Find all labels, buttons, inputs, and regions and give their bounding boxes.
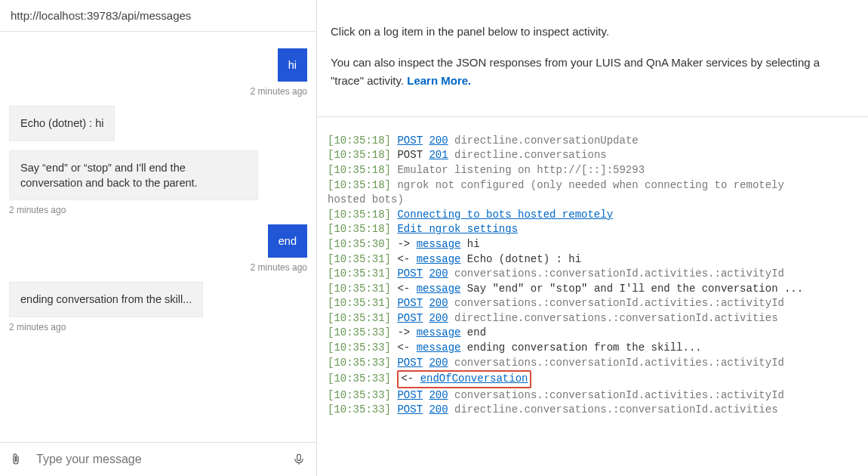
- log-text: end: [467, 326, 486, 338]
- log-line[interactable]: [10:35:18] Connecting to bots hosted rem…: [328, 208, 859, 223]
- log-text: conversations.:conversationId.activities…: [454, 357, 784, 369]
- log-line[interactable]: [10:35:30] -> message hi: [328, 237, 859, 252]
- log-text: ending conversation from the skill...: [467, 342, 702, 354]
- log-line[interactable]: hosted bots): [328, 193, 859, 208]
- message-input[interactable]: [35, 452, 282, 467]
- inspector-info: Click on a log item in the panel below t…: [317, 0, 868, 117]
- log-line[interactable]: [10:35:18] POST 201 directline.conversat…: [328, 148, 859, 163]
- log-link[interactable]: endOfConversation: [420, 372, 528, 385]
- log-text: Emulator listening on http://[::]:59293: [397, 164, 645, 176]
- log-text: <-: [397, 253, 416, 265]
- bot-bubble: ending conversation from the skill...: [9, 282, 203, 317]
- log-text: conversations.:conversationId.activities…: [454, 297, 784, 309]
- user-bubble: hi: [278, 48, 307, 82]
- message-timestamp: 2 minutes ago: [9, 86, 307, 97]
- log-link[interactable]: message: [417, 253, 461, 265]
- log-text: directline.conversationUpdate: [454, 134, 639, 147]
- log-text: ->: [397, 238, 416, 250]
- bot-bubble: Say “end” or “stop” and I'll end the con…: [9, 150, 258, 201]
- log-text: <-: [401, 372, 420, 385]
- log-line[interactable]: [10:35:18] ngrok not configured (only ne…: [328, 178, 859, 193]
- chat-pane: http://localhost:39783/api/messages hi2 …: [0, 0, 317, 476]
- log-line[interactable]: [10:35:31] POST 200 conversations.:conve…: [328, 267, 859, 282]
- log-line[interactable]: [10:35:31] <- message Say "end" or "stop…: [328, 282, 859, 297]
- chat-message[interactable]: Say “end” or “stop” and I'll end the con…: [9, 150, 307, 216]
- log-text: ->: [397, 326, 416, 338]
- svg-rect-0: [297, 454, 301, 460]
- http-status-link[interactable]: 200: [429, 403, 448, 416]
- log-text: conversations.:conversationId.activities…: [454, 389, 784, 401]
- log-text: conversations.:conversationId.activities…: [454, 267, 784, 280]
- chat-input-bar: [0, 442, 316, 476]
- chat-message[interactable]: ending conversation from the skill...2 m…: [9, 282, 307, 332]
- message-timestamp: 2 minutes ago: [9, 262, 307, 273]
- log-line[interactable]: [10:35:18] Emulator listening on http://…: [328, 163, 859, 178]
- highlighted-log-segment: <- endOfConversation: [397, 370, 531, 388]
- bot-bubble: Echo (dotnet) : hi: [9, 106, 115, 141]
- inspector-pane: Click on a log item in the panel below t…: [317, 0, 868, 476]
- log-line[interactable]: [10:35:31] <- message Echo (dotnet) : hi: [328, 252, 859, 267]
- log-text: <-: [397, 283, 416, 295]
- log-link[interactable]: message: [417, 326, 461, 338]
- log-line[interactable]: [10:35:18] POST 200 directline.conversat…: [328, 134, 859, 149]
- chat-message[interactable]: hi2 minutes ago: [9, 48, 307, 97]
- log-line[interactable]: [10:35:33] <- message ending conversatio…: [328, 341, 859, 356]
- http-method-link[interactable]: POST: [397, 389, 423, 401]
- log-link[interactable]: message: [417, 342, 461, 354]
- http-method-link[interactable]: POST: [397, 134, 423, 147]
- info-line-1: Click on a log item in the panel below t…: [331, 23, 854, 40]
- log-link[interactable]: Edit ngrok settings: [397, 223, 518, 235]
- message-timestamp: 2 minutes ago: [9, 322, 307, 332]
- log-text: directline.conversations.:conversationId…: [454, 403, 777, 416]
- http-status-link[interactable]: 200: [429, 312, 448, 324]
- http-method-link[interactable]: POST: [397, 267, 423, 280]
- log-link[interactable]: message: [417, 238, 461, 250]
- chat-transcript[interactable]: hi2 minutes agoEcho (dotnet) : hiSay “en…: [0, 32, 316, 442]
- user-bubble: end: [268, 224, 307, 258]
- http-status-link[interactable]: 200: [429, 267, 448, 280]
- chat-message[interactable]: end2 minutes ago: [9, 224, 307, 273]
- log-text: POST: [397, 149, 423, 161]
- log-panel[interactable]: [10:35:18] POST 200 directline.conversat…: [317, 117, 868, 476]
- log-line[interactable]: [10:35:18] Edit ngrok settings: [328, 222, 859, 237]
- http-status-link[interactable]: 200: [429, 134, 448, 147]
- log-line[interactable]: [10:35:33] POST 200 directline.conversat…: [328, 403, 859, 418]
- http-status-link[interactable]: 200: [429, 389, 448, 401]
- http-method-link[interactable]: POST: [397, 403, 423, 416]
- attach-icon[interactable]: [9, 450, 24, 468]
- http-method-link[interactable]: POST: [397, 312, 423, 324]
- log-line[interactable]: [10:35:33] <- endOfConversation: [328, 370, 859, 388]
- log-link[interactable]: message: [417, 283, 461, 295]
- http-status-link[interactable]: 201: [429, 149, 448, 161]
- learn-more-link[interactable]: Learn More.: [407, 74, 471, 87]
- http-status-link[interactable]: 200: [429, 297, 448, 309]
- info-line-2: You can also inspect the JSON responses …: [331, 54, 854, 89]
- log-text: directline.conversations: [454, 149, 607, 161]
- log-text: ngrok not configured (only needed when c…: [397, 179, 783, 191]
- log-line[interactable]: [10:35:33] POST 200 conversations.:conve…: [328, 388, 859, 403]
- message-timestamp: 2 minutes ago: [9, 205, 307, 215]
- log-text: <-: [397, 342, 416, 354]
- log-text: Echo (dotnet) : hi: [467, 253, 581, 265]
- log-line[interactable]: [10:35:31] POST 200 conversations.:conve…: [328, 296, 859, 311]
- log-text: Say "end" or "stop" and I'll end the con…: [467, 283, 803, 295]
- log-link[interactable]: Connecting to bots hosted remotely: [397, 209, 613, 221]
- endpoint-url: http://localhost:39783/api/messages: [0, 0, 316, 32]
- log-text: hi: [467, 238, 480, 250]
- log-line[interactable]: [10:35:33] POST 200 conversations.:conve…: [328, 356, 859, 371]
- http-method-link[interactable]: POST: [397, 357, 423, 369]
- http-status-link[interactable]: 200: [429, 357, 448, 369]
- microphone-icon[interactable]: [292, 450, 307, 468]
- log-text: hosted bots): [328, 193, 404, 206]
- chat-message[interactable]: Echo (dotnet) : hi: [9, 106, 307, 141]
- log-text: directline.conversations.:conversationId…: [454, 312, 777, 324]
- log-line[interactable]: [10:35:33] -> message end: [328, 326, 859, 341]
- log-line[interactable]: [10:35:31] POST 200 directline.conversat…: [328, 311, 859, 326]
- http-method-link[interactable]: POST: [397, 297, 423, 309]
